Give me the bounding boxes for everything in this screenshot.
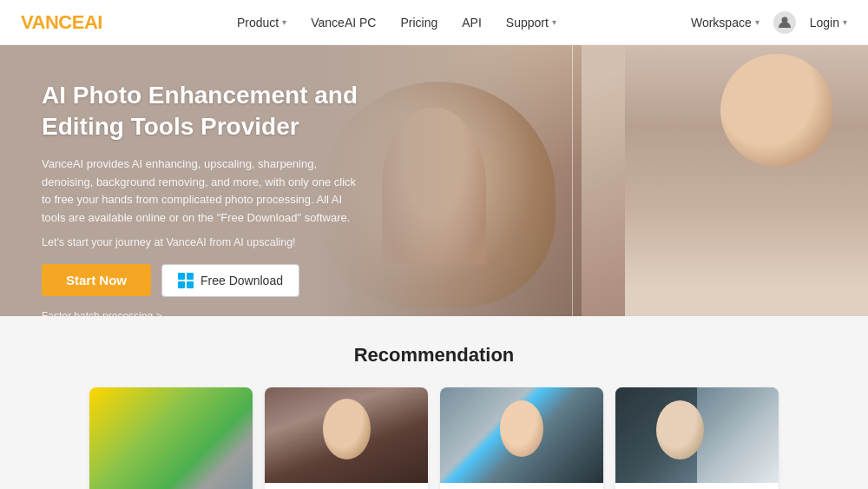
hero-cta-text: Let's start your journey at VanceAI from… [42, 236, 365, 248]
start-now-button[interactable]: Start Now [42, 264, 151, 296]
navbar: VANCEAI Product ▾ VanceAI PC Pricing API… [0, 0, 868, 45]
hero-buttons: Start Now Free Download [42, 264, 365, 297]
user-avatar-icon [773, 11, 796, 34]
rec-card-body-upscale: AI Upscale Image to 4K Upscale images to… [265, 483, 428, 489]
rec-card-img-bg-remover [440, 387, 603, 483]
login-button[interactable]: Login ▾ [810, 16, 847, 30]
recommendation-title: Recommendation [21, 344, 847, 367]
recommendation-cards: AI Image Enhancer One-click solution to … [21, 387, 847, 489]
chevron-down-icon: ▾ [282, 17, 286, 27]
face-circle [720, 54, 833, 167]
nav-pricing[interactable]: Pricing [400, 16, 437, 30]
batch-processing-link[interactable]: Faster batch processing > [42, 310, 161, 316]
chevron-down-icon-login: ▾ [843, 17, 847, 27]
rec-card-body-photo-repair: AI Old Photo Repair & Colorize Auto colo… [615, 483, 779, 489]
chevron-down-icon-support: ▾ [552, 17, 556, 27]
nav-right: Workspace ▾ Login ▾ [691, 11, 847, 34]
rec-card-img-upscale [265, 387, 428, 483]
logo[interactable]: VANCEAI [21, 11, 102, 34]
rec-card-img-enhancer [89, 387, 253, 489]
chevron-down-icon-workspace: ▾ [755, 17, 760, 27]
nav-api[interactable]: API [462, 16, 482, 30]
rec-card-body-bg-remover: AI Background Remover Get transparent im… [440, 483, 603, 489]
free-download-button[interactable]: Free Download [161, 264, 299, 297]
nav-support[interactable]: Support ▾ [506, 16, 556, 30]
workspace-button[interactable]: Workspace ▾ [691, 16, 760, 30]
rec-card-photo-repair[interactable]: AI Old Photo Repair & Colorize Auto colo… [615, 387, 779, 489]
hero-description: VanceAI provides AI enhancing, upscaling… [42, 155, 365, 228]
nav-links: Product ▾ VanceAI PC Pricing API Support… [237, 16, 556, 30]
hero-photo-right [582, 45, 868, 316]
windows-icon [178, 273, 194, 288]
logo-ai: AI [84, 11, 102, 33]
hero-content: AI Photo Enhancement and Editing Tools P… [0, 45, 399, 316]
hero-section: AI Photo Enhancement and Editing Tools P… [0, 45, 868, 316]
rec-card-bg-remover[interactable]: AI Background Remover Get transparent im… [440, 387, 603, 489]
logo-vance: VANCE [21, 11, 84, 33]
hero-title: AI Photo Enhancement and Editing Tools P… [42, 80, 365, 143]
nav-vanceai-pc[interactable]: VanceAI PC [311, 16, 376, 30]
recommendation-section: Recommendation AI Image Enhancer One-cli… [0, 316, 868, 489]
rec-card-upscale[interactable]: AI Upscale Image to 4K Upscale images to… [265, 387, 428, 489]
rec-card-img-photo-repair [615, 387, 779, 483]
rec-card-enhancer[interactable]: AI Image Enhancer One-click solution to … [89, 387, 253, 489]
nav-product[interactable]: Product ▾ [237, 16, 286, 30]
